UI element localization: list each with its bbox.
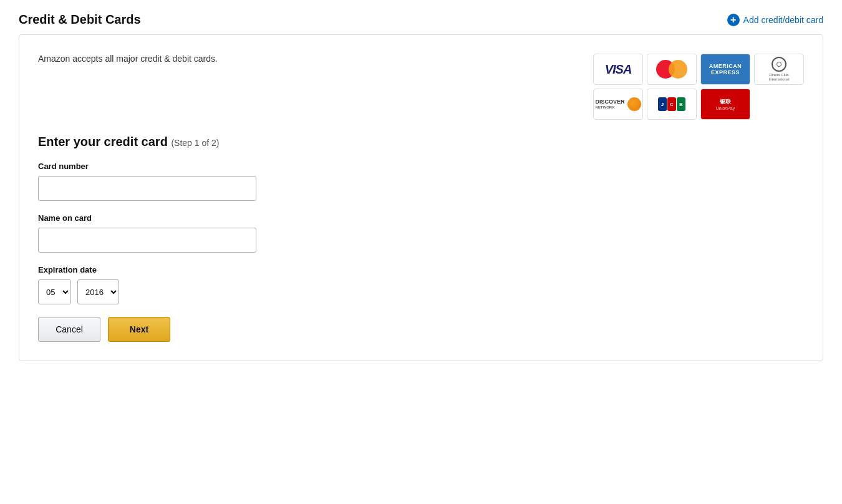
card-logos-grid: VISA AMERICANEXPRESS Diners ClubInt [593,54,804,120]
expiration-section: Expiration date 01 02 03 04 05 06 07 08 … [38,265,804,304]
visa-logo-card: VISA [593,54,643,85]
jcb-b: B [677,97,685,111]
mastercard-logo [656,60,687,79]
up-sub: UnionPay [716,106,735,110]
mastercard-logo-card [647,54,697,85]
add-card-label: Add credit/debit card [743,15,823,25]
visa-logo: VISA [605,62,632,77]
diners-circle [772,57,786,72]
discover-circle [627,97,641,111]
step-sub-text: (Step 1 of 2) [171,138,219,148]
add-icon: + [727,14,740,26]
card-number-input[interactable] [38,176,256,201]
add-card-link[interactable]: + Add credit/debit card [727,14,823,26]
expiry-year-select[interactable]: 2016 2017 2018 2019 2020 2021 2022 2023 … [77,279,119,304]
next-button[interactable]: Next [108,317,170,342]
accepts-text: Amazon accepts all major credit & debit … [38,54,218,64]
jcb-logo-card: J C B [647,89,697,120]
card-number-label: Card number [38,162,804,171]
discover-network: NETWORK [596,105,625,110]
step-label: Enter your credit card (Step 1 of 2) [38,135,804,149]
jcb-c: C [667,97,676,111]
mc-right-circle [669,60,687,79]
discover-text: DISCOVER NETWORK [596,99,625,109]
diners-inner [777,62,782,67]
amex-logo: AMERICANEXPRESS [701,54,750,84]
name-on-card-label: Name on card [38,213,804,223]
cancel-button[interactable]: Cancel [38,317,100,342]
button-row: Cancel Next [38,317,804,342]
diners-text: Diners ClubInternational [768,73,789,82]
panel-top: Amazon accepts all major credit & debit … [38,54,804,120]
discover-logo: DISCOVER NETWORK [593,95,643,114]
page-header: Credit & Debit Cards + Add credit/debit … [19,12,823,27]
jcb-logo: J C B [658,97,685,111]
amex-logo-card: AMERICANEXPRESS [700,54,750,85]
discover-name: DISCOVER [596,99,625,105]
up-inner: 银联 UnionPay [716,98,735,110]
up-text: 银联 [720,98,731,106]
step-label-text: Enter your credit card [38,135,168,148]
name-on-card-input[interactable] [38,228,256,253]
unionpay-logo: 银联 UnionPay [701,89,750,119]
expiry-row: 01 02 03 04 05 06 07 08 09 10 11 12 2016… [38,279,804,304]
name-on-card-section: Name on card [38,213,804,253]
diners-logo: Diners ClubInternational [768,57,789,82]
page-title: Credit & Debit Cards [19,12,141,27]
card-panel: Amazon accepts all major credit & debit … [19,34,823,361]
expiration-label: Expiration date [38,265,804,274]
card-number-section: Card number [38,162,804,201]
expiry-month-select[interactable]: 01 02 03 04 05 06 07 08 09 10 11 12 [38,279,71,304]
diners-logo-card: Diners ClubInternational [754,54,804,85]
jcb-j: J [658,97,667,111]
unionpay-logo-card: 银联 UnionPay [700,89,750,120]
discover-logo-card: DISCOVER NETWORK [593,89,643,120]
